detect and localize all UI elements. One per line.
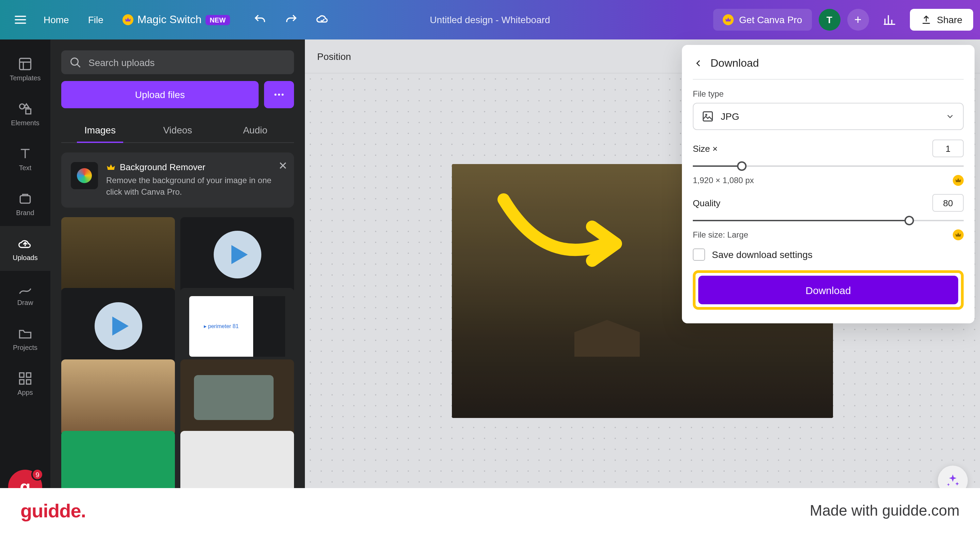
guidde-logo: guidde. [21, 500, 86, 522]
get-pro-button[interactable]: Get Canva Pro [713, 9, 811, 31]
cloud-sync-icon[interactable] [309, 6, 336, 33]
rail-apps[interactable]: Apps [0, 361, 50, 406]
dimensions-text: 1,920 × 1,080 px [693, 176, 754, 185]
search-uploads[interactable] [61, 50, 294, 74]
new-badge: NEW [205, 14, 230, 25]
svg-rect-6 [20, 380, 24, 384]
download-button-highlight: Download [693, 270, 964, 310]
rail-label: Text [19, 164, 32, 171]
save-settings-checkbox[interactable]: Save download settings [693, 248, 964, 261]
crown-icon [106, 162, 116, 172]
upload-thumbnail[interactable] [61, 217, 175, 293]
pro-crown-icon [953, 175, 964, 186]
insights-icon[interactable] [875, 6, 903, 33]
download-panel-title: Download [711, 57, 759, 70]
upload-thumbnail[interactable] [180, 431, 294, 497]
rail-uploads[interactable]: Uploads [0, 226, 50, 271]
rail-projects[interactable]: Projects [0, 316, 50, 361]
svg-rect-12 [703, 112, 713, 121]
share-button[interactable]: Share [910, 9, 973, 31]
bg-remover-desc: Remove the background of your image in o… [106, 175, 285, 198]
upload-thumbnail[interactable] [180, 360, 294, 436]
quality-slider[interactable] [693, 216, 964, 225]
crown-icon [123, 14, 134, 25]
upload-more-button[interactable] [264, 81, 294, 108]
rail-brand[interactable]: Brand [0, 181, 50, 226]
tab-images[interactable]: Images [61, 118, 139, 142]
search-input[interactable] [89, 57, 286, 68]
download-panel: Download File type JPG Size × 1 1,920 × … [682, 45, 975, 323]
rail-draw[interactable]: Draw [0, 271, 50, 316]
guidde-footer: guidde. Made with guidde.com [0, 488, 980, 533]
redo-icon[interactable] [277, 6, 305, 33]
svg-rect-4 [20, 373, 24, 377]
add-member-button[interactable]: + [847, 9, 869, 31]
svg-rect-3 [20, 196, 30, 203]
close-icon[interactable]: ✕ [278, 159, 287, 172]
upload-thumbnail[interactable] [61, 288, 175, 364]
quality-label: Quality [693, 198, 721, 208]
svg-point-9 [275, 94, 277, 95]
svg-rect-5 [27, 373, 31, 377]
rail-templates[interactable]: Templates [0, 46, 50, 91]
tab-videos[interactable]: Videos [139, 118, 216, 142]
crown-icon [723, 14, 733, 25]
svg-point-13 [705, 114, 708, 116]
top-bar: Home File Magic Switch NEW Untitled desi… [0, 0, 980, 40]
upload-thumbnail[interactable] [61, 431, 175, 497]
rail-label: Brand [16, 208, 34, 216]
pro-crown-icon [953, 229, 964, 240]
file-size-text: File size: Large [693, 230, 748, 240]
home-link[interactable]: Home [34, 14, 79, 25]
svg-rect-0 [20, 58, 31, 70]
tab-audio[interactable]: Audio [216, 118, 294, 142]
size-slider[interactable] [693, 161, 964, 171]
upload-thumbnail[interactable]: ▸ perimeter 81 [180, 288, 294, 364]
svg-point-10 [278, 94, 280, 95]
rail-label: Templates [10, 74, 40, 81]
svg-point-11 [282, 94, 284, 95]
back-icon[interactable] [693, 58, 704, 69]
quality-value[interactable]: 80 [932, 194, 964, 212]
download-button[interactable]: Download [698, 276, 958, 304]
made-with-text: Made with guidde.com [810, 502, 959, 519]
rail-label: Projects [13, 344, 37, 351]
file-menu[interactable]: File [79, 14, 113, 25]
svg-rect-7 [27, 380, 31, 384]
file-type-select[interactable]: JPG [693, 103, 964, 130]
left-rail: Templates Elements Text Brand Uploads Dr… [0, 40, 50, 508]
uploads-grid: ▸ perimeter 81 [61, 217, 294, 497]
svg-rect-2 [26, 108, 31, 114]
document-title[interactable]: Untitled design - Whiteboard [430, 14, 550, 25]
get-pro-label: Get Canva Pro [739, 14, 802, 25]
bg-remover-icon [71, 162, 98, 189]
file-type-value: JPG [721, 111, 939, 122]
upload-thumbnail[interactable] [61, 360, 175, 436]
file-type-label: File type [693, 89, 964, 99]
bg-remover-card[interactable]: Background Remover Remove the background… [61, 153, 294, 207]
upload-tabs: Images Videos Audio [61, 118, 294, 143]
search-icon [69, 56, 82, 68]
menu-icon[interactable] [7, 6, 34, 33]
avatar[interactable]: T [818, 9, 840, 31]
rail-label: Draw [18, 299, 33, 306]
size-value[interactable]: 1 [932, 140, 964, 157]
upload-icon [920, 14, 931, 25]
upload-files-button[interactable]: Upload files [61, 81, 259, 108]
bg-remover-title: Background Remover [120, 162, 205, 172]
rail-label: Apps [18, 388, 33, 396]
upload-thumbnail[interactable] [180, 217, 294, 293]
share-label: Share [937, 14, 962, 25]
size-label: Size × [693, 143, 718, 153]
magic-switch-button[interactable]: Magic Switch NEW [113, 14, 239, 26]
svg-point-8 [71, 58, 78, 65]
chevron-down-icon [945, 111, 955, 121]
checkbox-icon [693, 248, 705, 261]
uploads-panel: Upload files Images Videos Audio Backgro… [50, 40, 305, 508]
rail-label: Elements [11, 119, 39, 126]
rail-text[interactable]: Text [0, 136, 50, 181]
rail-label: Uploads [13, 254, 37, 261]
undo-icon[interactable] [246, 6, 273, 33]
rail-elements[interactable]: Elements [0, 91, 50, 136]
save-settings-label: Save download settings [712, 249, 813, 260]
